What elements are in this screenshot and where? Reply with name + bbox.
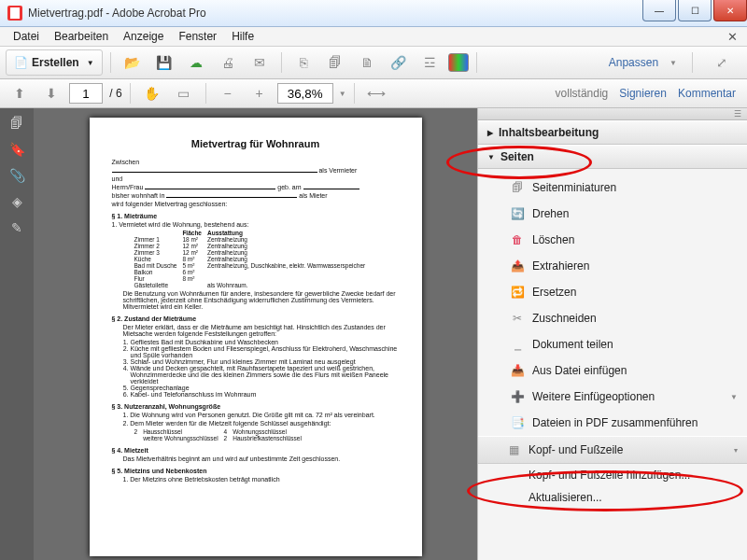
doc-title: Mietvertrag für Wohnraum bbox=[112, 138, 400, 149]
bookmarks-panel-icon[interactable]: 🔖 bbox=[9, 142, 25, 157]
replace-icon: 🔁 bbox=[510, 285, 525, 300]
blank-line bbox=[166, 197, 297, 198]
page-down-button[interactable]: ⬇ bbox=[37, 80, 65, 106]
doc-text: geb. am bbox=[277, 184, 301, 190]
rotate-icon: 🔄 bbox=[510, 206, 525, 221]
window-title: Mietvertrag.pdf - Adobe Acrobat Pro bbox=[28, 7, 206, 20]
fullscreen-button[interactable]: ⤢ bbox=[708, 49, 736, 76]
create-icon: 📄 bbox=[14, 56, 28, 69]
email-button[interactable]: ✉ bbox=[246, 49, 274, 76]
tool-label: Seitenminiaturen bbox=[532, 181, 616, 194]
tool-combine[interactable]: 📑Dateien in PDF zusammenführen bbox=[478, 410, 747, 436]
blank-line bbox=[112, 172, 317, 173]
export-button[interactable]: ⎘ bbox=[289, 49, 317, 76]
menu-window[interactable]: Fenster bbox=[171, 28, 224, 45]
zoom-out-button[interactable]: − bbox=[214, 80, 242, 106]
separator bbox=[281, 52, 282, 73]
chevron-down-icon[interactable]: ▼ bbox=[339, 90, 346, 98]
form-button[interactable]: ☲ bbox=[416, 49, 444, 76]
print-button[interactable]: 🖨 bbox=[214, 49, 242, 76]
doc-section: § 1. Mieträume bbox=[112, 213, 400, 219]
tool-more-insert[interactable]: ➕Weitere Einfügeoptionen▼ bbox=[478, 384, 747, 410]
tool-insert-from-file[interactable]: 📥Aus Datei einfügen bbox=[478, 357, 747, 384]
document-area[interactable]: Mietvertrag für Wohnraum Zwischen als Ve… bbox=[34, 108, 477, 560]
cloud-button[interactable]: ☁ bbox=[182, 49, 210, 76]
close-document-icon[interactable]: ✕ bbox=[724, 30, 741, 44]
separator bbox=[354, 83, 355, 104]
tool-split[interactable]: ⎯Dokument teilen bbox=[478, 331, 747, 357]
attachments-panel-icon[interactable]: 📎 bbox=[9, 168, 25, 183]
tool-thumbnails[interactable]: 🗐Seitenminiaturen bbox=[478, 175, 747, 201]
close-button[interactable]: ✕ bbox=[713, 0, 747, 21]
save-button[interactable]: 💾 bbox=[150, 49, 178, 76]
comment-link[interactable]: Kommentar bbox=[678, 87, 736, 100]
doc-text: 1. Der Mietzins ohne Betriebskosten betr… bbox=[123, 476, 400, 483]
more-insert-icon: ➕ bbox=[510, 389, 525, 404]
left-rail: 🗐 🔖 📎 ◈ ✎ bbox=[0, 108, 34, 560]
chevron-down-icon: ▾ bbox=[734, 446, 738, 455]
customize-link[interactable]: Anpassen bbox=[609, 56, 658, 69]
open-button[interactable]: 📂 bbox=[119, 49, 147, 76]
pages-tools: 🗐Seitenminiaturen 🔄Drehen 🗑Löschen 📤Extr… bbox=[478, 169, 747, 514]
sign-link[interactable]: Signieren bbox=[619, 87, 667, 100]
doc-section: § 2. Zustand der Mieträume bbox=[112, 315, 400, 322]
share-button[interactable]: 🔗 bbox=[385, 49, 413, 76]
menu-file[interactable]: Datei bbox=[6, 28, 47, 45]
hf-add[interactable]: Kopf- und Fußzeile hinzufügen... bbox=[478, 464, 747, 486]
tool-label: Ersetzen bbox=[532, 286, 576, 299]
doc-text: und bbox=[112, 175, 400, 182]
tool-crop[interactable]: ✂Zuschneiden bbox=[478, 305, 747, 331]
tool-delete[interactable]: 🗑Löschen bbox=[478, 227, 747, 253]
tool-replace[interactable]: 🔁Ersetzen bbox=[478, 279, 747, 305]
titlebar: Mietvertrag.pdf - Adobe Acrobat Pro — ☐ … bbox=[0, 0, 747, 27]
doc-text: Zwischen bbox=[112, 159, 400, 165]
fit-width-button[interactable]: ⟷ bbox=[362, 80, 390, 106]
menu-view[interactable]: Anzeige bbox=[116, 28, 171, 45]
tool-rotate[interactable]: 🔄Drehen bbox=[478, 201, 747, 227]
doc-text: 2. Dem Mieter werden für die Mietzeit fo… bbox=[123, 420, 400, 427]
zoom-in-button[interactable]: + bbox=[246, 80, 274, 106]
pages-panel-icon[interactable]: 🗐 bbox=[10, 116, 23, 131]
keys-table: 2Hausschlüssel4Wohnungsschlüssel weitere… bbox=[134, 428, 307, 441]
window-buttons: — ☐ ✕ bbox=[641, 0, 747, 21]
layers-panel-icon[interactable]: ◈ bbox=[12, 194, 22, 209]
insert-file-icon: 📥 bbox=[510, 363, 525, 378]
tool-extract[interactable]: 📤Extrahieren bbox=[478, 253, 747, 279]
chevron-down-icon: ▼ bbox=[669, 59, 677, 67]
menu-help[interactable]: Hilfe bbox=[224, 28, 261, 45]
tool-header-footer[interactable]: ▦ Kopf- und Fußzeile ▾ bbox=[478, 436, 747, 464]
hand-tool-button[interactable]: ✋ bbox=[138, 80, 166, 106]
blank-line bbox=[303, 189, 359, 189]
zoom-input[interactable] bbox=[277, 83, 333, 104]
create-button[interactable]: 📄 Erstellen ▼ bbox=[6, 49, 103, 76]
blank-line bbox=[145, 189, 275, 189]
hf-update[interactable]: Aktualisieren... bbox=[478, 486, 747, 509]
page-input[interactable] bbox=[69, 83, 103, 104]
page-up-button[interactable]: ⬆ bbox=[6, 80, 34, 106]
scan-button[interactable]: 🗐 bbox=[321, 49, 349, 76]
select-tool-button[interactable]: ▭ bbox=[170, 80, 198, 106]
combine-icon: 📑 bbox=[510, 415, 525, 430]
doc-text: Herrn/Frau bbox=[112, 184, 144, 190]
separator bbox=[692, 52, 693, 73]
doc-text: Das Mietverhältnis beginnt am und wird a… bbox=[123, 455, 400, 462]
doc-text: als Vermieter bbox=[318, 167, 357, 174]
doc-text: Der Mieter erklärt, dass er die Mieträum… bbox=[123, 324, 400, 337]
triangle-down-icon: ▼ bbox=[487, 153, 495, 161]
menu-edit[interactable]: Bearbeiten bbox=[47, 28, 116, 45]
full-text: vollständig bbox=[556, 87, 609, 100]
section-pages[interactable]: ▼ Seiten bbox=[478, 145, 747, 169]
tool-label: Extrahieren bbox=[532, 259, 589, 273]
toolbar-nav: ⬆ ⬇ / 6 ✋ ▭ − + ▼ ⟷ vollständig Signiere… bbox=[0, 79, 747, 108]
minimize-button[interactable]: — bbox=[642, 0, 676, 21]
doc-text: bisher wohnhaft in bbox=[112, 192, 165, 199]
doc-list: Gefliestes Bad mit Duschkabine und Wasch… bbox=[131, 339, 400, 398]
doc-text: Die Benutzung von Wohnräumen für andere,… bbox=[123, 290, 400, 310]
section-content-editing[interactable]: ▶ Inhaltsbearbeitung bbox=[478, 120, 747, 145]
color-button[interactable] bbox=[448, 53, 469, 72]
maximize-button[interactable]: ☐ bbox=[678, 0, 712, 21]
delete-icon: 🗑 bbox=[510, 232, 525, 247]
chevron-down-icon: ▼ bbox=[87, 59, 94, 67]
signatures-panel-icon[interactable]: ✎ bbox=[11, 220, 22, 235]
doc-button[interactable]: 🗎 bbox=[353, 49, 381, 76]
